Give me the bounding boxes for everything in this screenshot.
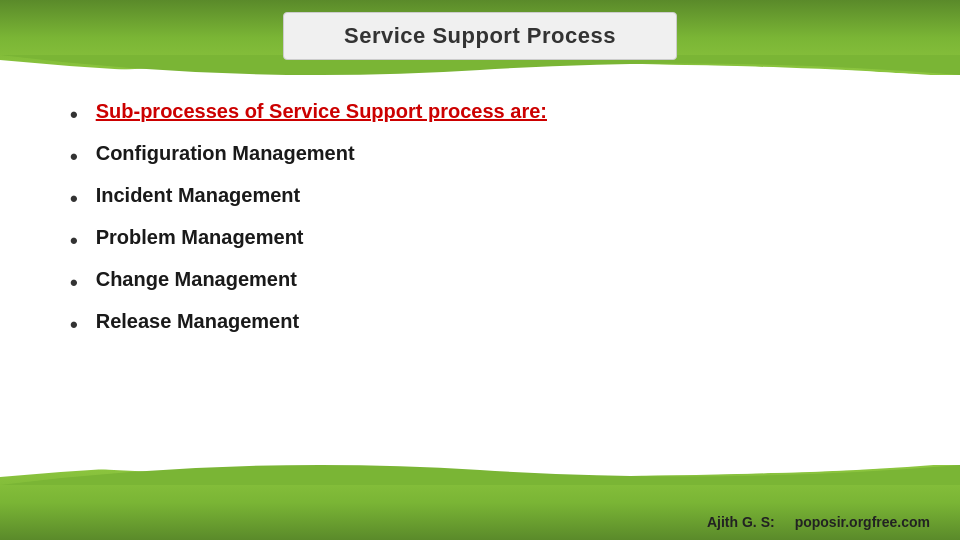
footer-website: poposir.orgfree.com bbox=[795, 514, 930, 530]
list-item: •Problem Management bbox=[70, 226, 890, 254]
footer: Ajith G. S: poposir.orgfree.com bbox=[707, 514, 930, 530]
content-area: •Sub-processes of Service Support proces… bbox=[40, 80, 920, 372]
bullet-dot-icon: • bbox=[70, 102, 78, 128]
footer-author: Ajith G. S: bbox=[707, 514, 775, 530]
bullet-dot-icon: • bbox=[70, 270, 78, 296]
page-title: Service Support Process bbox=[344, 23, 616, 48]
bullet-dot-icon: • bbox=[70, 186, 78, 212]
bullet-dot-icon: • bbox=[70, 144, 78, 170]
list-item-text: Change Management bbox=[96, 268, 297, 291]
list-item-text: Sub-processes of Service Support process… bbox=[96, 100, 547, 123]
list-item-text: Release Management bbox=[96, 310, 299, 333]
bullet-dot-icon: • bbox=[70, 312, 78, 338]
wave-bottom-svg bbox=[0, 455, 960, 485]
list-item: •Incident Management bbox=[70, 184, 890, 212]
list-item-text: Incident Management bbox=[96, 184, 300, 207]
list-item-text: Configuration Management bbox=[96, 142, 355, 165]
list-item: •Change Management bbox=[70, 268, 890, 296]
list-item: •Release Management bbox=[70, 310, 890, 338]
list-item: •Sub-processes of Service Support proces… bbox=[70, 100, 890, 128]
list-item-text: Problem Management bbox=[96, 226, 304, 249]
list-item: •Configuration Management bbox=[70, 142, 890, 170]
bullet-dot-icon: • bbox=[70, 228, 78, 254]
bullet-list: •Sub-processes of Service Support proces… bbox=[70, 100, 890, 338]
title-bar: Service Support Process bbox=[283, 12, 677, 60]
